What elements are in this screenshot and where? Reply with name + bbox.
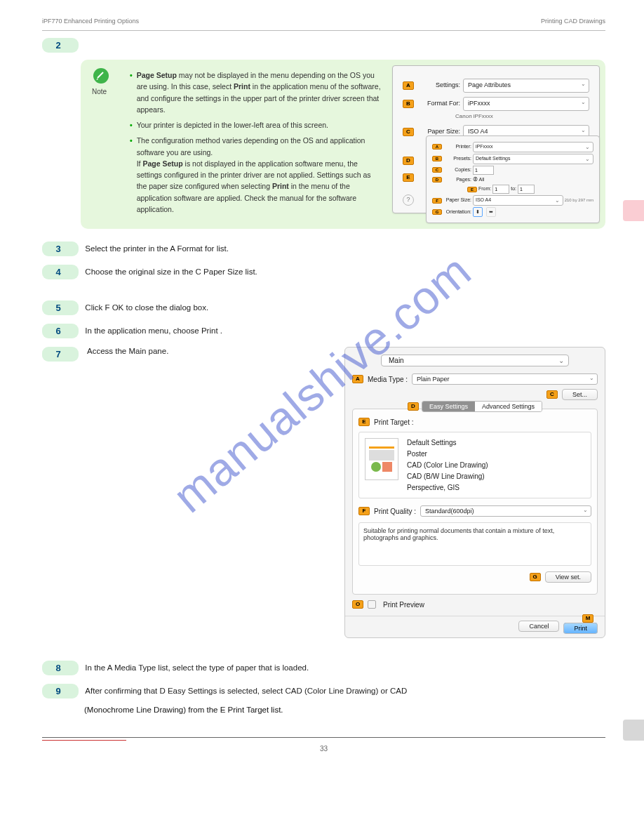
preview-thumbnail — [365, 438, 398, 480]
mp-badge-e: E — [358, 418, 370, 426]
target-item[interactable]: Perspective, GIS — [405, 483, 585, 492]
note-bullet-1-text: Page Setup may not be displayed in the m… — [137, 70, 382, 115]
print-target-area: Default Settings Poster CAD (Color Line … — [358, 432, 591, 498]
step-8-row: 8 In the A Media Type list, select the t… — [42, 661, 605, 678]
mp-badge-g: G — [530, 573, 541, 581]
tabs-segment: Easy Settings Advanced Settings — [422, 401, 542, 412]
note-b1-strong1: Page Setup — [137, 71, 177, 79]
step-4-row: 4 Choose the original size in the C Pape… — [42, 265, 605, 282]
target-item[interactable]: Poster — [405, 449, 585, 458]
help-icon[interactable]: ? — [403, 194, 414, 206]
media-type-value: Plain Paper — [417, 376, 450, 383]
badge-d: D — [403, 157, 414, 165]
bullet-icon: • — [130, 119, 133, 131]
main-pane-select-value: Main — [389, 357, 404, 364]
step-6-text: In the application menu, choose Print . — [85, 326, 222, 335]
badge-e: E — [403, 173, 414, 182]
step-3-text: Select the printer in the A Format for l… — [85, 244, 229, 253]
mini-badge-f: F — [432, 198, 442, 204]
step-3-row: 3 Select the printer in the A Format for… — [42, 241, 605, 259]
mini-printer-val: iPFxxxx — [476, 144, 493, 149]
mini-badge-e: E — [467, 187, 477, 192]
main-pane-dialog: Main A Media Type : Plain Paper C Set...… — [344, 347, 605, 638]
target-item[interactable]: CAD (Color Line Drawing) — [405, 461, 585, 470]
set-button[interactable]: Set... — [562, 389, 598, 400]
target-item[interactable]: CAD (B/W Line Drawing) — [405, 472, 585, 481]
step-2-badge: 2 — [42, 38, 79, 53]
footer-rule-2 — [42, 740, 126, 741]
badge-c: C — [403, 128, 414, 136]
header-rule — [42, 30, 605, 31]
mp-badge-m: M — [582, 614, 593, 623]
step-3-badge: 3 — [42, 241, 79, 256]
step-4-text: Choose the original size in the C Paper … — [85, 267, 257, 276]
badge-a: A — [403, 81, 414, 90]
print-target-label: Print Target : — [374, 418, 414, 426]
note-bullet-2-text: Your printer is depicted in the lower-le… — [137, 119, 328, 131]
mini-psize-val: ISO A4 — [476, 197, 491, 202]
bullet-icon: • — [130, 70, 133, 115]
mini-print-dialog: APrinter:iPFxxxx BPresets:Default Settin… — [426, 135, 600, 223]
mini-presets-lbl: Presets: — [443, 155, 471, 163]
step-7-badge: 7 — [42, 347, 79, 362]
print-button[interactable]: Print — [563, 623, 598, 634]
step-2-row: 2 — [42, 38, 605, 55]
mini-presets-val: Default Settings — [476, 156, 510, 161]
step-7-row: 7 Access the Main pane. Main A Media Typ… — [42, 347, 605, 638]
mini-to-lbl: to: — [511, 185, 516, 193]
footer: 33 — [42, 737, 605, 753]
step-8-badge: 8 — [42, 661, 79, 675]
print-quality-label: Print Quality : — [374, 508, 416, 515]
mini-from-input[interactable] — [492, 185, 509, 194]
mini-badge-c: C — [432, 167, 442, 173]
mini-psize-select[interactable]: ISO A4 — [473, 195, 563, 206]
step-5-text: Click F OK to close the dialog box. — [85, 303, 208, 312]
mini-orient-lbl: Orientation: — [443, 208, 471, 216]
settings-value: Page Attributes — [468, 81, 511, 88]
note-b3-t1: The configuration method varies dependin… — [137, 136, 365, 156]
print-target-list[interactable]: Default Settings Poster CAD (Color Line … — [405, 438, 585, 492]
mini-to-input[interactable] — [518, 185, 535, 194]
note-bullet-3-text: The configuration method varies dependin… — [137, 135, 382, 215]
side-tab-pink — [623, 200, 644, 221]
note-icon — [93, 68, 109, 84]
mini-copies-lbl: Copies: — [443, 166, 471, 174]
print-quality-select[interactable]: Standard(600dpi) — [420, 505, 591, 517]
print-preview-checkbox[interactable] — [368, 600, 376, 609]
print-quality-value: Standard(600dpi) — [425, 508, 474, 515]
view-set-button[interactable]: View set. — [545, 571, 591, 583]
format-value: iPFxxxx — [468, 100, 490, 107]
mini-badge-a: A — [432, 144, 442, 150]
tab-easy-settings[interactable]: Easy Settings — [422, 402, 475, 411]
step-9-text: After confirming that D Easy Settings is… — [85, 687, 407, 695]
mini-printer-select[interactable]: iPFxxxx — [473, 142, 593, 152]
mini-orientation-portrait[interactable]: ⬍ — [473, 207, 483, 217]
target-item[interactable]: Default Settings — [405, 438, 585, 447]
note-box: Note • Page Setup may not be displayed i… — [81, 60, 605, 229]
format-select[interactable]: iPFxxxx — [463, 97, 589, 111]
step-8-text: In the A Media Type list, select the typ… — [85, 663, 309, 672]
main-pane-select[interactable]: Main — [381, 355, 569, 366]
badge-b: B — [403, 100, 414, 108]
mini-pages-all: ⦿ All — [473, 176, 484, 184]
media-type-label: Media Type : — [368, 376, 408, 383]
settings-select[interactable]: Page Attributes — [463, 79, 589, 93]
papersize-value: ISO A4 — [468, 128, 488, 135]
step-5-row: 5 Click F OK to close the dialog box. — [42, 300, 605, 318]
mini-presets-select[interactable]: Default Settings — [473, 154, 593, 164]
mini-psize-lbl: Paper Size: — [443, 197, 471, 204]
step-4-badge: 4 — [42, 265, 79, 279]
format-subtext: Canon iPFxxxx — [455, 112, 589, 121]
mini-orientation-landscape[interactable]: ⬌ — [486, 207, 496, 217]
main-cancel-button[interactable]: Cancel — [518, 621, 559, 632]
media-type-select[interactable]: Plain Paper — [412, 373, 598, 385]
mini-copies-input[interactable] — [473, 166, 494, 175]
mp-badge-o: O — [352, 600, 363, 609]
note-bullet-1: • Page Setup may not be displayed in the… — [130, 70, 382, 115]
note-title: Note — [92, 86, 107, 98]
note-b3-s1: Page Setup — [142, 159, 182, 168]
step-9-row: 9 After confirming that D Easy Settings … — [42, 684, 605, 701]
header-right-text: Printing CAD Drawings — [541, 18, 605, 25]
page-container: manualshive.com iPF770 Enhanced Printing… — [0, 0, 644, 767]
tab-advanced-settings[interactable]: Advanced Settings — [475, 402, 542, 411]
